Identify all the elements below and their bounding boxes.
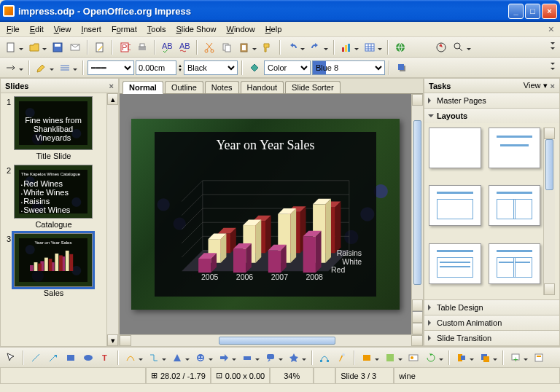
format-paintbrush-button[interactable] (260, 39, 276, 55)
line-style-select[interactable]: ━━━ (88, 60, 134, 75)
menu-view[interactable]: View (49, 23, 77, 35)
edit-file-button[interactable] (92, 39, 108, 55)
layout-item[interactable] (489, 243, 541, 284)
select-tool[interactable] (3, 350, 19, 366)
menu-help[interactable]: Help (260, 23, 287, 35)
menu-file[interactable]: File (1, 23, 25, 35)
redo-button[interactable] (308, 39, 330, 55)
export-pdf-button[interactable]: PDF (117, 39, 133, 55)
fill-mode-select[interactable]: Color (264, 60, 311, 75)
close-button[interactable]: × (542, 4, 557, 19)
paste-button[interactable] (236, 39, 258, 55)
menu-insert[interactable]: Insert (76, 23, 106, 35)
rotation-tool[interactable] (423, 350, 445, 366)
menu-window[interactable]: Window (222, 23, 260, 35)
gluepoints-tool[interactable] (334, 350, 350, 366)
table-button[interactable] (362, 39, 384, 55)
print-button[interactable] (134, 39, 150, 55)
tab-slidesorter[interactable]: Slide Sorter (285, 81, 340, 93)
line-tool[interactable] (28, 350, 44, 366)
undo-button[interactable] (284, 39, 306, 55)
basic-shapes-tool[interactable] (169, 350, 191, 366)
slides-panel-close-button[interactable]: × (109, 82, 114, 90)
tasks-panel-close-button[interactable]: × (551, 82, 555, 90)
symbol-shapes-tool[interactable] (192, 350, 214, 366)
slide-thumbnail[interactable]: Fine wines from Shanklibad Vineyards (14, 96, 93, 150)
layout-item[interactable] (429, 128, 481, 168)
layouts-scroll[interactable] (543, 128, 555, 295)
maximize-button[interactable]: □ (525, 4, 540, 19)
chart-object[interactable]: Year on Year Sales (155, 132, 376, 297)
prev-slide-button[interactable] (412, 311, 423, 323)
area-fill-button[interactable] (246, 60, 262, 76)
menu-tools[interactable]: Tools (142, 23, 171, 35)
layout-item[interactable] (429, 185, 481, 226)
layout-item[interactable] (489, 128, 541, 168)
zoom-button[interactable] (451, 39, 472, 55)
tab-outline[interactable]: Outline (165, 81, 203, 93)
copy-button[interactable] (219, 39, 235, 55)
insert-slide-tool[interactable]: + (508, 350, 529, 366)
save-button[interactable] (50, 39, 66, 55)
gallery-tool[interactable] (405, 350, 421, 366)
chart-button[interactable] (338, 39, 360, 55)
stars-tool[interactable] (286, 350, 308, 366)
layout-item[interactable] (489, 185, 541, 226)
points-tool[interactable] (316, 350, 332, 366)
menu-format[interactable]: Format (106, 23, 142, 35)
menu-slideshow[interactable]: Slide Show (171, 23, 221, 35)
slide-thumbnail-selected[interactable]: Year on Year Sales (14, 233, 93, 287)
arrange-tool[interactable] (477, 350, 499, 366)
line-style-button[interactable] (57, 60, 79, 76)
task-section-masterpages[interactable]: Master Pages (424, 93, 559, 108)
slide-canvas-area[interactable]: Year on Year Sales (120, 94, 411, 334)
callout-tool[interactable] (262, 350, 284, 366)
layout-item[interactable] (429, 243, 481, 284)
minimize-button[interactable]: _ (508, 4, 524, 19)
document-close-button[interactable]: × (544, 23, 559, 35)
menu-edit[interactable]: Edit (25, 23, 49, 35)
ellipse-tool[interactable] (80, 350, 96, 366)
new-button[interactable] (3, 39, 25, 55)
fill-color-select[interactable]: Blue 8 (312, 60, 385, 75)
task-section-slidetransition[interactable]: Slide Transition (424, 331, 559, 345)
spellcheck-button[interactable]: ABC (159, 39, 175, 55)
curve-tool[interactable] (122, 350, 144, 366)
fontwork-tool[interactable] (359, 350, 381, 366)
slides-scroll[interactable]: ▴ ▾ (106, 93, 118, 346)
open-button[interactable] (26, 39, 48, 55)
tab-handout[interactable]: Handout (241, 81, 284, 93)
email-button[interactable] (67, 39, 83, 55)
rectangle-tool[interactable] (63, 350, 79, 366)
toolbar-overflow-button[interactable] (548, 39, 557, 55)
task-section-customanimation[interactable]: Custom Animation (424, 315, 559, 330)
task-section-layouts[interactable]: Layouts (424, 109, 559, 123)
arrow-style-button[interactable] (3, 60, 25, 76)
flowchart-tool[interactable] (239, 350, 261, 366)
task-section-tabledesign[interactable]: Table Design (424, 300, 559, 315)
connector-tool[interactable] (146, 350, 168, 366)
highlighter-button[interactable] (34, 60, 55, 76)
tab-normal[interactable]: Normal (122, 81, 163, 94)
from-file-tool[interactable] (382, 350, 404, 366)
line-width-input[interactable] (136, 60, 176, 75)
status-zoom[interactable]: 34% (270, 368, 314, 384)
tab-notes[interactable]: Notes (205, 81, 239, 93)
hyperlink-button[interactable] (392, 39, 408, 55)
slide-entry[interactable]: 2 The Kapelos Wines Catalogue • Red Wine… (4, 165, 104, 229)
text-tool[interactable]: T (98, 350, 114, 366)
toolbar2-overflow-button[interactable] (548, 60, 557, 76)
navigator-button[interactable] (433, 39, 449, 55)
canvas-vscroll[interactable] (411, 94, 423, 334)
line-color-select[interactable]: Black (184, 60, 238, 75)
block-arrows-tool[interactable] (216, 350, 238, 366)
canvas-hscroll[interactable] (120, 334, 423, 346)
autospell-button[interactable]: ABC (176, 39, 192, 55)
slide-thumbnail[interactable]: The Kapelos Wines Catalogue • Red Wines … (14, 165, 93, 219)
arrow-tool[interactable] (45, 350, 61, 366)
slide-entry[interactable]: 1 Fine wines from Shanklibad Vineyards T… (4, 96, 104, 160)
slide-canvas[interactable]: Year on Year Sales (131, 119, 400, 310)
alignment-tool[interactable] (454, 350, 475, 366)
slide-entry[interactable]: 3 Year on Year Sales (4, 233, 104, 297)
cut-button[interactable] (201, 39, 217, 55)
